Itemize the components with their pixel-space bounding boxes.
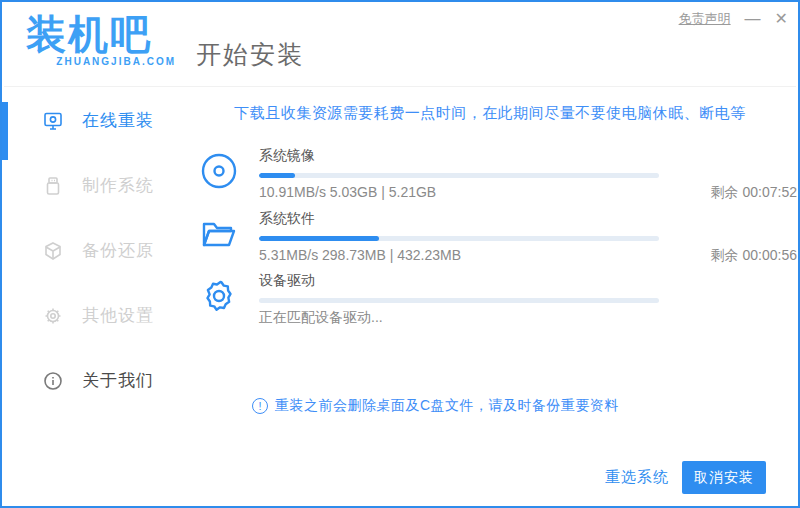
task-name: 系统软件 (259, 210, 797, 228)
exclamation-circle-icon: ! (252, 398, 268, 414)
task-name: 设备驱动 (259, 272, 797, 290)
notice-row: ! 重装之前会删除桌面及C盘文件，请及时备份重要资料 (252, 397, 619, 415)
task-stats: 5.31MB/s 298.73MB | 432.23MB (259, 247, 461, 265)
task-remaining: 剩余 00:00:56 (711, 247, 797, 265)
sidebar-item-label: 关于我们 (82, 369, 154, 392)
progress-bar (259, 298, 659, 303)
active-indicator (2, 102, 8, 160)
sidebar-item-label: 在线重装 (82, 109, 154, 132)
close-icon[interactable]: ✕ (775, 11, 788, 27)
disc-icon (199, 151, 239, 191)
usb-icon (42, 175, 64, 197)
sidebar-item-label: 备份还原 (82, 239, 154, 262)
task-remaining: 剩余 00:07:52 (711, 184, 797, 202)
sidebar-item-label: 其他设置 (82, 304, 154, 327)
warning-text: 下载且收集资源需要耗费一点时间，在此期间尽量不要使电脑休眠、断电等 (187, 104, 793, 123)
app-logo: 装机吧 ZHUANGJIBA.COM (26, 8, 176, 67)
task-status-text: 正在匹配设备驱动... (259, 309, 383, 327)
cancel-install-button[interactable]: 取消安装 (682, 461, 766, 494)
monitor-icon (42, 110, 64, 132)
progress-fill (259, 236, 379, 241)
sidebar-item-online-reinstall[interactable]: 在线重装 (2, 88, 187, 153)
progress-bar (259, 173, 659, 178)
sidebar-item-label: 制作系统 (82, 174, 154, 197)
sidebar-item-backup-restore[interactable]: 备份还原 (2, 218, 187, 283)
progress-fill (259, 173, 295, 178)
app-window: 装机吧 ZHUANGJIBA.COM 开始安装 免责声明 — ✕ 在线重装 (0, 0, 800, 508)
page-title: 开始安装 (196, 38, 304, 71)
sidebar-item-make-system[interactable]: 制作系统 (2, 153, 187, 218)
minimize-icon[interactable]: — (745, 11, 761, 27)
folder-icon (199, 214, 239, 254)
progress-bar (259, 236, 659, 241)
backup-cube-icon (42, 240, 64, 262)
logo-text: 装机吧 (26, 8, 176, 60)
gear-icon (42, 305, 64, 327)
info-icon (42, 370, 64, 392)
task-name: 系统镜像 (259, 147, 797, 165)
task-stats: 10.91MB/s 5.03GB | 5.21GB (259, 184, 436, 202)
notice-text: 重装之前会删除桌面及C盘文件，请及时备份重要资料 (275, 397, 619, 415)
sidebar: 在线重装 制作系统 备份还原 (2, 88, 187, 506)
sidebar-item-other-settings[interactable]: 其他设置 (2, 283, 187, 348)
sidebar-item-about-us[interactable]: 关于我们 (2, 348, 187, 413)
header-divider (4, 86, 796, 87)
driver-gear-icon (199, 276, 239, 316)
disclaimer-link[interactable]: 免责声明 (679, 10, 731, 28)
reselect-system-button[interactable]: 重选系统 (605, 468, 669, 487)
